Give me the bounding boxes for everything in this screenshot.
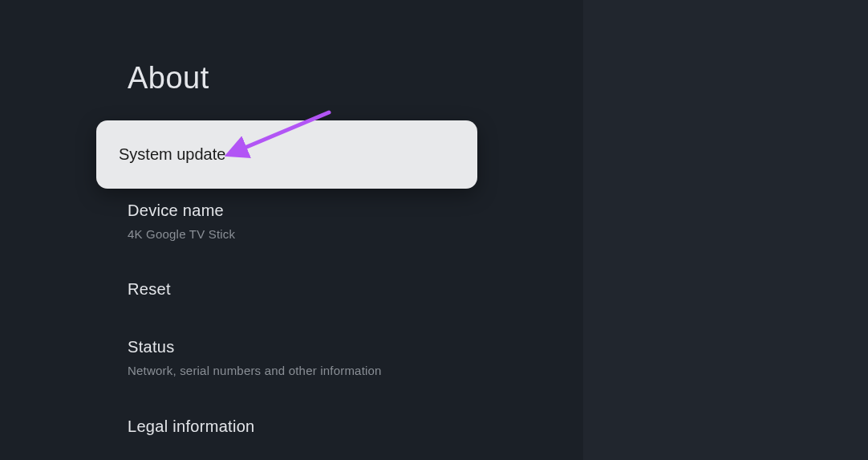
- menu-item-system-update[interactable]: System update: [96, 120, 477, 189]
- device-name-value: 4K Google TV Stick: [128, 227, 497, 241]
- status-label: Status: [128, 338, 497, 356]
- reset-label: Reset: [128, 280, 497, 299]
- status-subtitle: Network, serial numbers and other inform…: [128, 364, 497, 377]
- menu-item-device-name[interactable]: Device name 4K Google TV Stick: [128, 202, 497, 241]
- menu-item-status[interactable]: Status Network, serial numbers and other…: [128, 338, 497, 377]
- settings-right-panel: [583, 0, 868, 460]
- menu-item-reset[interactable]: Reset: [128, 280, 497, 299]
- settings-left-panel: About System update Device name 4K Googl…: [0, 0, 583, 460]
- system-update-label: System update: [119, 145, 225, 164]
- page-title: About: [128, 61, 209, 96]
- legal-label: Legal information: [128, 417, 497, 436]
- menu-item-legal[interactable]: Legal information: [128, 417, 497, 436]
- device-name-label: Device name: [128, 202, 497, 220]
